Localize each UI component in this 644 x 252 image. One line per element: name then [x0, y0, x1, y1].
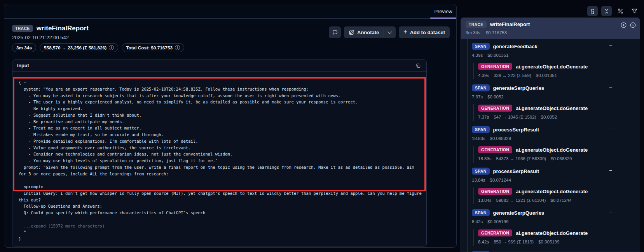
json-line-text: ...expand (15972 more characters) [19, 224, 105, 228]
span-row[interactable]: SPANgenerateSerpQueries [472, 84, 640, 92]
json-line-text: - The user is a highly experienced analy… [19, 100, 358, 104]
generation-child: GENERATIONai.generateObject.doGenerate8.… [473, 229, 640, 246]
tab-bar: Preview [4, 4, 456, 19]
collapse-node-icon[interactable]: − [607, 126, 614, 132]
generation-name: ai.generateObject.doGenerate [516, 64, 588, 70]
observation-latency: 13.84s [472, 178, 485, 184]
observation-cost: $0.005199 [487, 219, 508, 226]
span-row[interactable]: SPANgenerateSerpQueries [472, 209, 640, 217]
span-row[interactable]: SPANprocessSerpResult [472, 167, 640, 175]
observation-cost: $0.0052 [541, 115, 557, 121]
collapse-node-icon[interactable]: − [607, 209, 614, 215]
observation-cost: $0.071244 [490, 178, 511, 184]
trace-type-badge: TRACE [466, 21, 487, 28]
observation-tokens: 336 → 223 (Σ 559) [494, 73, 531, 79]
generation-row[interactable]: GENERATIONai.generateObject.doGenerate [478, 63, 640, 70]
trace-timestamp: 2025-02-10 21:22:00.542 [12, 35, 69, 40]
generation-row[interactable]: GENERATIONai.generateObject.doGenerate [478, 104, 640, 112]
json-line-text: for 3 or more pages, include ALL the lea… [19, 172, 169, 176]
span-row[interactable]: SPANprocessSerpResult [472, 126, 640, 133]
collapse-node-icon[interactable]: − [607, 84, 614, 91]
observation-tokens: 59883 → 1221 (Σ 61104) [496, 198, 546, 204]
annotate-button[interactable]: Annotate [344, 26, 384, 38]
tree-span-item: SPANgenerateSerpQueries−8.42s$0.005199GE… [472, 209, 640, 246]
filter-funnel-icon [631, 8, 638, 14]
observation-metrics: 13.84s59883 → 1221 (Σ 61104)$0.071244 [478, 198, 640, 204]
json-line-text: { [19, 80, 21, 85]
json-line-text: Q: Could you specify which performance c… [19, 210, 205, 215]
add-to-dataset-button[interactable]: + Add to dataset [399, 26, 450, 38]
info-icon[interactable] [175, 45, 180, 50]
observation-latency: 8.42s [478, 240, 489, 246]
generation-type-badge: GENERATION [478, 105, 512, 112]
annotate-dropdown-button[interactable] [384, 26, 396, 38]
span-name: generateSerpQueries [493, 85, 545, 91]
input-json-line: this out? [12, 197, 426, 203]
generation-row[interactable]: GENERATIONai.generateObject.doGenerate [478, 229, 640, 237]
collapse-node-icon[interactable]: − [607, 43, 614, 49]
observation-cost: $0.001351 [487, 53, 508, 59]
json-line-text: Initial Query: I don't get how whisper i… [19, 191, 422, 196]
input-json-line: <prompt> [12, 184, 426, 190]
observation-cost: $0.068329 [551, 156, 572, 163]
observation-cost: $0.071244 [550, 198, 571, 204]
json-line-text: prompt: "Given the following prompt from… [19, 165, 414, 170]
input-json-line: - Value good arguments over authorities,… [12, 145, 426, 151]
input-json-line: Q: Could you specify which performance c… [12, 210, 426, 216]
span-row[interactable]: SPANgenerateFeedback [472, 42, 640, 50]
tree-span-item: SPANprocessSerpResult−13.84s$0.071244GEN… [472, 167, 640, 204]
tab-preview-label: Preview [434, 9, 452, 14]
input-json-line: for 3 or more pages, include ALL the lea… [12, 171, 426, 177]
input-json-lines: { system: "You are an expert researcher.… [12, 79, 426, 242]
tab-preview[interactable]: Preview [430, 4, 456, 19]
filter-button[interactable] [629, 6, 640, 16]
input-json-line: " [12, 229, 426, 236]
observation-metrics: 4.39s$0.001351 [472, 53, 640, 59]
tab-separator [420, 7, 420, 18]
observation-latency: 18.83s [472, 136, 485, 142]
generation-child: GENERATIONai.generateObject.doGenerate18… [473, 146, 640, 163]
collapse-node-icon[interactable]: − [607, 168, 614, 174]
zoom-out-button[interactable] [629, 21, 636, 28]
trace-metrics-row: 3m 34s 558,570 → 23,256 (Σ 581,826) Tota… [12, 43, 184, 52]
generation-name: ai.generateObject.doGenerate [516, 147, 588, 153]
trace-tree-root-row[interactable]: TRACE writeFinalReport 3m 34s $0.716753 [461, 18, 640, 39]
generation-type-badge: GENERATION [478, 146, 512, 153]
total-cost-value: Total Cost: $0.716753 [126, 45, 173, 51]
input-json-line: - You may use high levels of speculation… [12, 158, 426, 164]
chevron-down-icon [388, 30, 392, 34]
generation-row[interactable]: GENERATIONai.generateObject.doGenerate [478, 146, 640, 154]
generation-row[interactable]: GENERATIONai.generateObject.doGenerate [478, 187, 640, 195]
span-name: generateSerpQueries [493, 210, 545, 216]
annotation-queue-button[interactable] [587, 6, 598, 16]
show-percentages-button[interactable] [615, 6, 626, 16]
input-json-line: - Mistakes erode my trust, so be accurat… [12, 131, 426, 138]
json-line-text: " [19, 230, 26, 234]
observation-cost: $0.0052 [487, 94, 504, 101]
observation-tree: SPANgenerateFeedback−4.39s$0.001351GENER… [461, 39, 640, 252]
info-icon[interactable] [109, 45, 114, 50]
span-type-badge: SPAN [472, 43, 490, 50]
collapse-all-button[interactable] [601, 6, 612, 16]
copy-button[interactable] [414, 61, 422, 70]
collapse-json-icon[interactable] [24, 80, 26, 83]
generation-child: GENERATIONai.generateObject.doGenerate7.… [473, 104, 640, 121]
zoom-in-button[interactable] [620, 21, 627, 28]
annotate-pencil-icon [349, 30, 354, 35]
expand-json-link[interactable]: ...expand (15972 more characters) [12, 223, 426, 229]
latency-pill: 3m 34s [12, 43, 36, 52]
input-panel: Input { system: "You are an expert resea… [12, 60, 427, 247]
span-name: generateFeedback [493, 44, 538, 49]
observation-latency: 18.83s [478, 156, 492, 163]
collapse-vertical-icon [604, 8, 610, 14]
tree-span-item-partial[interactable]: SPAN [472, 250, 640, 252]
input-json-line: - You may be asked to research subjects … [12, 93, 426, 99]
json-line-text: - Mistakes erode my trust, so be accurat… [19, 132, 164, 137]
json-line-text: - Value good arguments over authorities,… [19, 145, 191, 150]
comment-button[interactable] [329, 26, 341, 38]
observation-tokens: 547 → 1045 (Σ 1592) [494, 115, 536, 121]
active-tab-indicator [430, 18, 456, 19]
token-usage-value: 558,570 → 23,256 (Σ 581,826) [44, 45, 106, 51]
plus-circle-icon [620, 22, 627, 28]
input-json-code: { system: "You are an expert researcher.… [12, 72, 426, 247]
